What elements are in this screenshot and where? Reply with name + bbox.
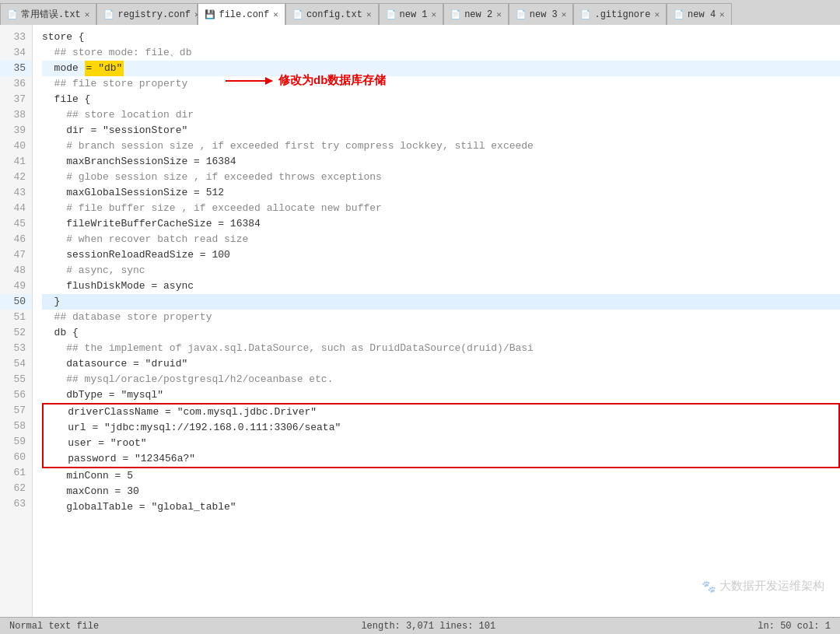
highlighted-value: = "db" — [85, 61, 124, 76]
line-number: 49 — [0, 278, 32, 294]
comment-text: # globe session size , if exceeded throw… — [42, 170, 382, 185]
tab------txt[interactable]: 📄常用错误.txt✕ — [0, 3, 96, 25]
code-line: ## database store property — [42, 310, 840, 325]
watermark-text: 大数据开发运维架构 — [719, 579, 824, 594]
line-number: 56 — [0, 387, 32, 403]
line-number: 59 — [0, 434, 32, 450]
comment-text: ## store mode: file、db — [42, 45, 191, 61]
watermark-icon: 🐾 — [702, 580, 716, 594]
line-number: 52 — [0, 325, 32, 341]
tab-file-conf[interactable]: 💾file.conf✕ — [198, 3, 285, 25]
line-number: 47 — [0, 247, 32, 263]
line-number: 34 — [0, 45, 32, 61]
comment-text: ## store location dir — [42, 107, 194, 123]
tab-label: config.txt — [306, 9, 362, 20]
code-line: minConn = 5 — [42, 468, 840, 484]
line-number: 41 — [0, 154, 32, 170]
tab-icon: 📄 — [450, 9, 461, 19]
tab-label: new 3 — [530, 9, 558, 20]
status-right: ln: 50 col: 1 — [758, 621, 831, 632]
comment-text: ## database store property — [42, 310, 212, 325]
tab-close-button[interactable]: ✕ — [562, 9, 567, 19]
line-number: 46 — [0, 232, 32, 247]
line-number: 35 — [0, 61, 32, 76]
line-number: 38 — [0, 107, 32, 123]
comment-text: ## the implement of javax.sql.DataSource… — [42, 341, 534, 356]
line-number: 36 — [0, 76, 32, 92]
tab-close-button[interactable]: ✕ — [432, 9, 437, 19]
code-line: # async, sync — [42, 263, 840, 278]
code-line: # branch session size , if exceeded firs… — [42, 138, 840, 154]
tab-new-3[interactable]: 📄new 3✕ — [509, 3, 574, 25]
code-line: dir = "sessionStore" — [42, 123, 840, 138]
code-line: store { — [42, 30, 840, 45]
line-number: 33 — [0, 30, 32, 45]
code-line: # globe session size , if exceeded throw… — [42, 170, 840, 185]
comment-text: # async, sync — [42, 263, 145, 278]
tab-config-txt[interactable]: 📄config.txt✕ — [285, 3, 379, 25]
code-line: # file buffer size , if exceeded allocat… — [42, 201, 840, 216]
line-number: 53 — [0, 341, 32, 356]
tab-registry-conf[interactable]: 📄registry.conf✕ — [96, 3, 198, 25]
code-line: dbType = "mysql" — [42, 387, 840, 403]
tab-label: new 1 — [400, 9, 428, 20]
comment-text: # when recover batch read size — [42, 232, 248, 247]
tab-close-button[interactable]: ✕ — [273, 9, 278, 19]
line-number: 39 — [0, 123, 32, 138]
code-line: maxGlobalSessionSize = 512 — [42, 185, 840, 201]
tab-close-button[interactable]: ✕ — [366, 9, 372, 19]
code-line: sessionReloadReadSize = 100 — [42, 247, 840, 263]
line-number: 40 — [0, 138, 32, 154]
code-line: db { — [42, 325, 840, 341]
tab-close-button[interactable]: ✕ — [85, 9, 90, 19]
code-line: datasource = "druid" — [42, 356, 840, 372]
tab--gitignore[interactable]: 📄.gitignore✕ — [573, 3, 667, 25]
line-number: 42 — [0, 170, 32, 185]
code-line: # when recover batch read size — [42, 232, 840, 247]
code-line: url = "jdbc:mysql://192.168.0.111:3306/s… — [44, 420, 838, 436]
line-number: 43 — [0, 185, 32, 201]
tab-close-button[interactable]: ✕ — [654, 9, 660, 19]
status-bar: Normal text file length: 3,071 lines: 10… — [0, 617, 840, 634]
tab-new-2[interactable]: 📄new 2✕ — [443, 3, 509, 25]
tab-new-1[interactable]: 📄new 1✕ — [379, 3, 444, 25]
code-area: store { ## store mode: file、db mode = "d… — [33, 25, 840, 617]
line-number: 51 — [0, 310, 32, 325]
code-line: ## store location dir — [42, 107, 840, 123]
code-line: password = "123456a?" — [44, 451, 838, 467]
code-line: maxBranchSessionSize = 16384 — [42, 154, 840, 170]
line-number: 61 — [0, 465, 32, 481]
editor-container: 3334353637383940414243444546474849505152… — [0, 25, 840, 617]
comment-text: ## file store property — [42, 76, 187, 92]
tab-icon: 📄 — [292, 9, 303, 19]
tab-icon: 📄 — [103, 9, 114, 19]
line-number: 50 — [0, 294, 32, 310]
code-line: file { — [42, 92, 840, 107]
code-line: mode = "db" — [42, 61, 840, 76]
code-line: fileWriteBufferCacheSize = 16384 — [42, 216, 840, 232]
code-line: maxConn = 30 — [42, 484, 840, 499]
code-line: user = "root" — [44, 436, 838, 451]
tab-label: 常用错误.txt — [21, 8, 81, 21]
tab-icon: 📄 — [7, 9, 18, 19]
comment-text: ## mysql/oracle/postgresql/h2/oceanbase … — [42, 372, 333, 387]
status-left: Normal text file — [9, 621, 99, 632]
tab-new-4[interactable]: 📄new 4✕ — [667, 3, 732, 25]
tab-label: registry.conf — [117, 9, 191, 20]
code-line: ## the implement of javax.sql.DataSource… — [42, 341, 840, 356]
tab-icon: 📄 — [386, 9, 397, 19]
code-line: driverClassName = "com.mysql.jdbc.Driver… — [44, 405, 838, 420]
line-numbers: 3334353637383940414243444546474849505152… — [0, 25, 33, 617]
code-line: } — [42, 294, 840, 310]
tab-label: new 4 — [688, 9, 716, 20]
line-number: 58 — [0, 419, 32, 434]
code-line: ## file store property — [42, 76, 840, 92]
code-line: ## store mode: file、db — [42, 45, 840, 61]
tab-icon: 💾 — [205, 9, 215, 19]
tab-label: .gitignore — [594, 9, 650, 20]
tab-close-button[interactable]: ✕ — [496, 9, 502, 19]
line-number: 44 — [0, 201, 32, 216]
tab-close-button[interactable]: ✕ — [719, 9, 725, 19]
line-number: 63 — [0, 496, 32, 512]
comment-text: # branch session size , if exceeded firs… — [42, 138, 534, 154]
